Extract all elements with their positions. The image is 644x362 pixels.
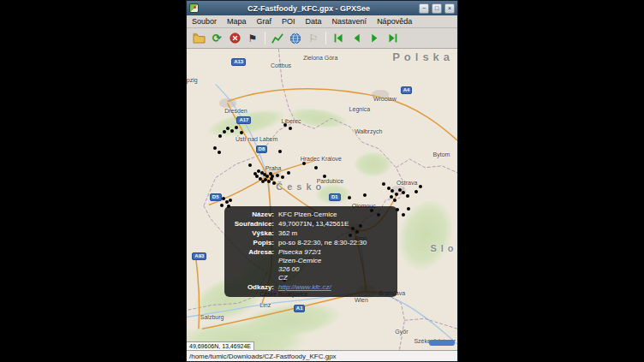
poi-dot[interactable] [382, 182, 385, 186]
last-track-button[interactable] [384, 30, 401, 47]
first-track-button[interactable] [330, 30, 347, 47]
globe-icon [289, 33, 301, 45]
road-shield: D8 [256, 145, 268, 153]
reload-file-button[interactable]: ⟳ [208, 30, 225, 47]
menu-soubor[interactable]: Soubor [187, 16, 222, 27]
road-shield: A1 [294, 305, 306, 312]
poi-dot[interactable] [407, 207, 410, 211]
poi-dot[interactable] [419, 185, 422, 188]
poi-dot[interactable] [287, 171, 290, 175]
poi-dot[interactable] [253, 172, 257, 175]
poi-dot[interactable] [278, 150, 282, 153]
show-poi-button[interactable]: ⚐ [305, 30, 322, 47]
close-file-icon [230, 33, 241, 44]
tooltip-value-coordinates: 49,70071N, 13,42561E [278, 220, 349, 228]
map-city-label: Salzburg [200, 314, 224, 320]
menu-mapa[interactable]: Mapa [222, 16, 252, 27]
road-shield: D1 [329, 193, 341, 201]
file-path-text: /home/tumic/Downloads/CZ-Fastfoody_KFC.g… [189, 353, 337, 360]
poi-dot[interactable] [259, 177, 262, 181]
close-button[interactable]: × [444, 3, 455, 14]
map-canvas[interactable]: PolskaČeskoSlovensko Zielona GóraCottbus… [187, 49, 457, 350]
poi-dot[interactable] [235, 126, 238, 129]
poi-dot[interactable] [402, 191, 405, 194]
poi-dot[interactable] [398, 188, 402, 192]
folder-open-icon [193, 33, 206, 44]
poi-dot[interactable] [323, 175, 326, 178]
poi-dot[interactable] [302, 162, 306, 165]
map-country-label: Slovensko [430, 243, 457, 253]
poi-dot[interactable] [240, 131, 243, 134]
menu-graf[interactable]: Graf [252, 16, 277, 27]
poi-dot[interactable] [222, 197, 225, 200]
poi-dot[interactable] [276, 174, 279, 177]
poi-dot[interactable] [393, 199, 397, 202]
poi-dot[interactable] [391, 189, 394, 193]
map-city-label: Pardubice [317, 178, 344, 184]
tooltip-label: Výška: [230, 229, 278, 238]
tooltip-value-address: Pisecka 972/1 Plzen-Cernice 326 00 CZ [278, 248, 321, 282]
poi-dot[interactable] [230, 129, 234, 133]
minimize-button[interactable]: − [419, 3, 429, 14]
poi-dot[interactable] [223, 130, 226, 134]
map-city-label: Linz [259, 302, 271, 308]
poi-dot[interactable] [363, 193, 367, 197]
menu-napoveda[interactable]: Nápověda [372, 16, 417, 27]
poi-dot[interactable] [272, 181, 276, 185]
poi-dot[interactable] [218, 151, 221, 154]
poi-dot[interactable] [387, 187, 391, 190]
poi-dot[interactable] [414, 190, 418, 193]
poi-dot[interactable] [226, 127, 230, 130]
poi-dot[interactable] [283, 123, 287, 127]
desktop: CZ-Fastfoody_KFC.gpx - GPXSee − □ × Soub… [0, 0, 644, 362]
map-lines-layer [187, 49, 457, 350]
poi-file-button[interactable]: ⚑ [244, 30, 261, 47]
poi-dot[interactable] [213, 146, 217, 150]
previous-track-button[interactable] [348, 30, 365, 47]
map-attribution-bar [429, 340, 455, 346]
poi-dot[interactable] [261, 180, 265, 183]
poi-dot[interactable] [390, 195, 393, 199]
menu-poi[interactable]: POI [277, 16, 301, 27]
map-city-label: Hradec Králové [301, 156, 342, 162]
poi-dot[interactable] [220, 204, 224, 207]
close-file-button[interactable] [226, 30, 243, 47]
statusbar: /home/tumic/Downloads/CZ-Fastfoody_KFC.g… [187, 350, 457, 361]
map-city-label: Győr [395, 329, 408, 335]
maximize-button[interactable]: □ [432, 3, 442, 14]
poi-dot[interactable] [348, 196, 351, 199]
map-city-label: Ostrava [397, 180, 418, 186]
poi-dot[interactable] [289, 127, 292, 130]
poi-dot[interactable] [270, 177, 273, 181]
tooltip-label: Odkazy: [230, 283, 278, 292]
next-icon [369, 33, 380, 44]
reload-icon: ⟳ [212, 33, 222, 44]
show-graph-button[interactable] [269, 30, 286, 47]
poi-dot[interactable] [229, 199, 232, 202]
poi-dot[interactable] [406, 194, 409, 198]
tooltip-row: Adresa: Pisecka 972/1 Plzen-Cernice 326 … [230, 248, 391, 282]
map-city-label: Wrocław [373, 96, 397, 102]
menu-nastaveni[interactable]: Nastavení [327, 16, 373, 27]
map-city-label: Legnica [349, 106, 371, 112]
poi-dot[interactable] [314, 166, 318, 169]
map-city-label: Ústí nad Labem [236, 136, 277, 142]
map-city-label: Zielona Góra [303, 55, 337, 61]
menu-data[interactable]: Data [301, 16, 327, 27]
open-file-button[interactable] [190, 30, 207, 47]
poi-dot[interactable] [402, 213, 405, 217]
map-city-label: Wałbrzych [355, 128, 382, 134]
poi-dot[interactable] [255, 175, 259, 178]
show-map-button[interactable] [287, 30, 304, 47]
titlebar[interactable]: CZ-Fastfoody_KFC.gpx - GPXSee − □ × [187, 1, 457, 15]
tooltip-link[interactable]: http://www.kfc.cz/ [278, 283, 331, 292]
poi-marker-icon: ⚐ [309, 33, 319, 44]
poi-dot[interactable] [281, 175, 284, 179]
poi-dot[interactable] [248, 163, 252, 167]
toolbar-separator [325, 32, 326, 45]
tooltip-value-name: KFC Plzen-Cernice [278, 211, 337, 219]
poi-dot[interactable] [395, 193, 398, 196]
map-city-label: Cottbus [271, 62, 291, 68]
poi-dot[interactable] [218, 134, 222, 138]
next-track-button[interactable] [366, 30, 383, 47]
